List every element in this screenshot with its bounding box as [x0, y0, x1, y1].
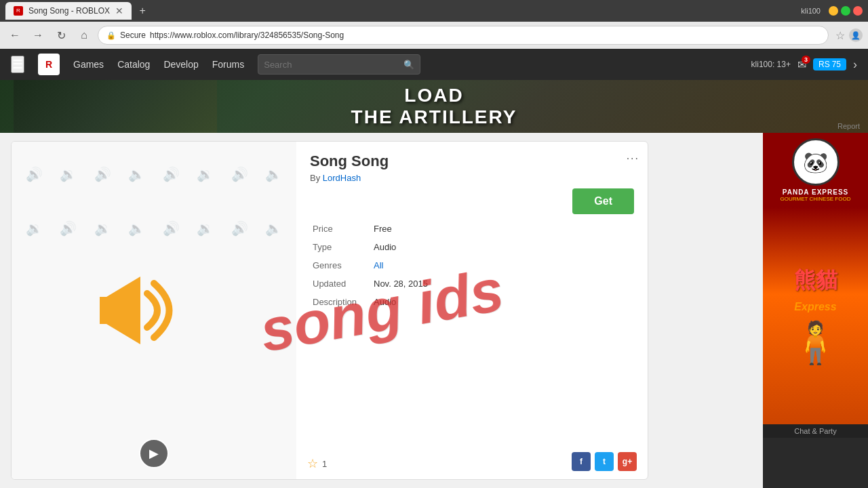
chat-label: Chat & Party: [763, 424, 868, 438]
svg-rect-1: [100, 297, 110, 324]
reload-button[interactable]: ↻: [52, 26, 71, 45]
tab-favicon: R: [14, 6, 23, 16]
rating-area: ☆ 1: [307, 456, 327, 471]
nav-forums-link[interactable]: Forums: [212, 59, 244, 70]
search-input[interactable]: [264, 60, 399, 70]
asset-preview: 🔊 🔉 🔊 🔈 🔊 🔉 🔊 🔈 🔉 🔊 🔉 🔈 🔊 🔉 🔊 🔈: [12, 142, 296, 479]
more-options-button[interactable]: ...: [627, 150, 639, 162]
nav-links: Games Catalog Develop Forums: [73, 59, 244, 70]
ad-chinese-text: 熊貓: [794, 266, 837, 296]
profile-icon: 👤: [849, 28, 863, 42]
social-buttons: f t g+: [572, 452, 637, 471]
window-controls: kli100: [801, 6, 863, 16]
type-label: Type: [310, 238, 371, 256]
price-value: Free: [371, 220, 634, 238]
bg-icon-10: 🔊: [54, 204, 83, 253]
get-button[interactable]: Get: [572, 188, 634, 214]
bg-icon-6: 🔉: [191, 150, 220, 199]
banner-line2: THE ARTILLERY: [351, 106, 517, 128]
tab-close-btn[interactable]: ✕: [115, 5, 123, 16]
type-value: Audio: [371, 238, 634, 256]
robux-amount: 75: [832, 60, 841, 69]
googleplus-share-button[interactable]: g+: [618, 452, 637, 471]
updated-value: Nov. 28, 2015: [371, 274, 634, 293]
messages-button[interactable]: ✉ 3: [797, 58, 806, 71]
content-area: 🔊 🔉 🔊 🔈 🔊 🔉 🔊 🔈 🔉 🔊 🔉 🔈 🔊 🔉 🔊 🔈: [0, 133, 763, 488]
ad-character: 🧍: [790, 319, 841, 367]
bg-icon-8: 🔈: [260, 150, 289, 199]
bg-icon-3: 🔊: [88, 150, 117, 199]
banner-image: [14, 80, 217, 133]
table-row-type: Type Audio: [310, 238, 634, 256]
ad-logo-area: 🐼 PANDA EXPRESS GOURMET CHINESE FOOD: [763, 133, 868, 207]
bg-icon-5: 🔊: [157, 150, 186, 199]
tab-title: Song Song - ROBLOX: [28, 6, 110, 16]
roblox-navigation: ☰ R Games Catalog Develop Forums 🔍 kli10…: [0, 49, 868, 80]
banner: LOAD THE ARTILLERY Report: [0, 80, 868, 133]
protocol-label: Secure: [120, 30, 146, 40]
home-button[interactable]: ⌂: [75, 26, 94, 45]
search-bar[interactable]: 🔍: [258, 54, 420, 75]
bg-icon-2: 🔉: [54, 150, 83, 199]
banner-line1: LOAD: [351, 85, 517, 106]
table-row-price: Price Free: [310, 220, 634, 238]
user-email: kli100: [801, 6, 821, 16]
lock-icon: 🔒: [106, 31, 116, 40]
nav-games-link[interactable]: Games: [73, 59, 104, 70]
twitter-share-button[interactable]: t: [595, 452, 614, 471]
bg-icon-16: 🔈: [260, 204, 289, 253]
table-row-genres: Genres All: [310, 256, 634, 274]
hamburger-menu-button[interactable]: ☰: [11, 56, 24, 73]
maximize-button[interactable]: [841, 6, 850, 16]
notification-badge: 3: [802, 56, 810, 64]
main-content: 🔊 🔉 🔊 🔈 🔊 🔉 🔊 🔈 🔉 🔊 🔉 🔈 🔊 🔉 🔊 🔈: [0, 133, 868, 488]
rating-count: 1: [322, 459, 327, 469]
more-nav-button[interactable]: ›: [853, 58, 857, 72]
browser-titlebar: R Song Song - ROBLOX ✕ + kli100: [0, 0, 868, 22]
new-tab-button[interactable]: +: [134, 3, 151, 19]
star-icon[interactable]: ☆: [307, 456, 318, 471]
bg-icon-7: 🔊: [225, 150, 254, 199]
back-button[interactable]: ←: [5, 26, 24, 45]
genres-label: Genres: [310, 256, 371, 274]
browser-tab[interactable]: R Song Song - ROBLOX ✕: [5, 2, 132, 20]
robux-icon: RS: [818, 60, 830, 69]
ad-english-text: Express: [794, 301, 836, 313]
genres-value[interactable]: All: [374, 260, 383, 270]
asset-info-panel: Song Song By LordHash ... Get Price Free: [296, 142, 648, 479]
svg-marker-0: [106, 277, 140, 344]
speaker-icon: [79, 243, 229, 378]
creator-link[interactable]: LordHash: [323, 173, 361, 183]
search-button[interactable]: 🔍: [403, 60, 414, 70]
bg-icon-1: 🔊: [20, 150, 49, 199]
asset-info-table: Price Free Type Audio Genres All Updated…: [310, 220, 634, 311]
bookmark-button[interactable]: ☆: [835, 29, 845, 42]
ad-subtitle: GOURMET CHINESE FOOD: [768, 196, 863, 202]
robux-button[interactable]: RS 75: [813, 58, 846, 70]
ad-image-area: 熊貓 Express 🧍: [763, 207, 868, 424]
banner-text: LOAD THE ARTILLERY: [351, 85, 517, 128]
ad-container: 🐼 PANDA EXPRESS GOURMET CHINESE FOOD 熊貓 …: [763, 133, 868, 438]
report-link[interactable]: Report: [837, 122, 860, 130]
nav-right-area: kli100: 13+ ✉ 3 RS 75 ›: [751, 58, 857, 72]
nav-develop-link[interactable]: Develop: [163, 59, 198, 70]
updated-label: Updated: [310, 274, 371, 293]
bg-icon-9: 🔉: [20, 204, 49, 253]
nav-catalog-link[interactable]: Catalog: [117, 59, 150, 70]
browser-navbar: ← → ↻ ⌂ 🔒 Secure https://www.roblox.com/…: [0, 22, 868, 49]
address-bar[interactable]: 🔒 Secure https://www.roblox.com/library/…: [98, 26, 829, 45]
username-display: kli100: 13+: [751, 60, 791, 69]
bg-icon-4: 🔈: [123, 150, 152, 199]
roblox-logo[interactable]: R: [38, 54, 60, 75]
table-row-description: Description Audio: [310, 293, 634, 311]
asset-creator: By LordHash: [310, 173, 389, 183]
bg-icon-15: 🔊: [225, 204, 254, 253]
forward-button[interactable]: →: [28, 26, 47, 45]
minimize-button[interactable]: [829, 6, 838, 16]
close-button[interactable]: [853, 6, 863, 16]
play-button[interactable]: ▶: [139, 439, 169, 468]
panda-logo-circle: 🐼: [792, 138, 840, 186]
panda-emoji: 🐼: [803, 150, 828, 174]
facebook-share-button[interactable]: f: [572, 452, 591, 471]
description-value: Audio: [371, 293, 634, 311]
